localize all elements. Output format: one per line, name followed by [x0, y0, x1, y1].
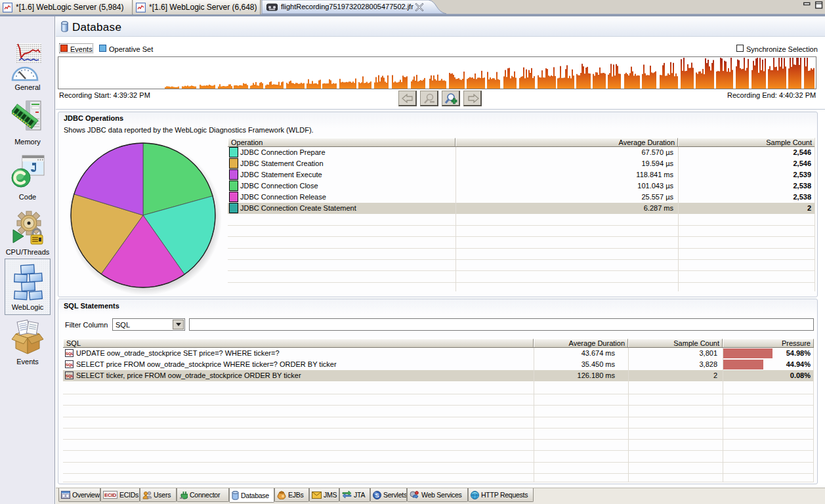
- svg-text:ECID: ECID: [104, 492, 117, 498]
- svg-text:S: S: [375, 492, 379, 499]
